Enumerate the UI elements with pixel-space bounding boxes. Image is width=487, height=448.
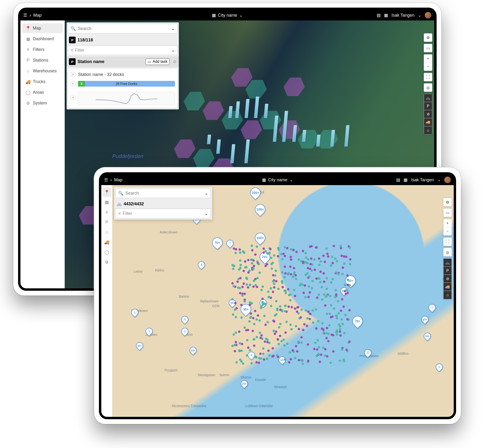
vehicle-dot[interactable] — [262, 347, 264, 350]
qr-icon[interactable]: ▤ — [396, 177, 400, 183]
vehicle-dot[interactable] — [346, 318, 349, 320]
vehicle-dot[interactable] — [321, 286, 323, 288]
vehicle-dot[interactable] — [251, 330, 254, 332]
vehicle-dot[interactable] — [298, 258, 300, 261]
cluster-pin[interactable]: 70+ — [350, 314, 365, 328]
vehicle-dot[interactable] — [254, 253, 257, 256]
vehicle-dot[interactable] — [294, 307, 296, 310]
vehicle-dot[interactable] — [291, 306, 293, 308]
vehicle-dot[interactable] — [288, 361, 290, 364]
cluster-pin[interactable]: 10+ — [134, 341, 145, 351]
breadcrumb[interactable]: Map — [33, 13, 42, 18]
vehicle-dot[interactable] — [233, 333, 235, 336]
vehicle-dot[interactable] — [253, 323, 255, 325]
vehicle-dot[interactable] — [266, 252, 268, 255]
vehicle-dot[interactable] — [293, 289, 295, 291]
vehicle-dot[interactable] — [340, 318, 343, 321]
vehicle-dot[interactable] — [310, 257, 313, 260]
vehicle-dot[interactable] — [307, 267, 309, 269]
vehicle-dot[interactable] — [255, 318, 258, 321]
vehicle-dot[interactable] — [248, 320, 251, 323]
vehicle-dot[interactable] — [286, 343, 288, 345]
vehicle-dot[interactable] — [252, 267, 255, 270]
vehicle-dot[interactable] — [274, 274, 276, 277]
vehicle-dot[interactable] — [270, 257, 273, 259]
vehicle-dot[interactable] — [294, 295, 296, 297]
vehicle-dot[interactable] — [340, 247, 342, 249]
vehicle-dot[interactable] — [279, 309, 282, 311]
vehicle-dot[interactable] — [326, 288, 328, 290]
vehicle-dot[interactable] — [342, 266, 344, 269]
vehicle-dot[interactable] — [272, 291, 274, 293]
vehicle-dot[interactable] — [294, 357, 296, 359]
vehicle-dot[interactable] — [349, 258, 352, 261]
vehicle-dot[interactable] — [239, 342, 241, 344]
vehicle-dot[interactable] — [239, 259, 241, 262]
vehicle-dot[interactable] — [287, 288, 289, 290]
vehicle-dot[interactable] — [253, 356, 256, 358]
vehicle-dot[interactable] — [339, 360, 341, 362]
vehicle-dot[interactable] — [326, 313, 328, 315]
vehicle-dot[interactable] — [270, 305, 272, 307]
vehicle-dot[interactable] — [285, 321, 288, 323]
vehicle-dot[interactable] — [289, 351, 291, 353]
vehicle-dot[interactable] — [329, 313, 331, 315]
vehicle-dot[interactable] — [294, 274, 297, 276]
cluster-pin[interactable]: 100+ — [253, 231, 267, 245]
vehicle-dot[interactable] — [243, 282, 245, 285]
vehicle-dot[interactable] — [288, 305, 290, 308]
layer-truck-button[interactable]: 🚚 — [424, 118, 432, 126]
vehicle-dot[interactable] — [311, 280, 314, 282]
vehicle-dot[interactable] — [326, 295, 328, 297]
cluster-pin[interactable]: 1 — [434, 362, 444, 372]
vehicle-dot[interactable] — [309, 318, 311, 320]
sidebar-item-trucks[interactable]: 🚚 — [102, 237, 111, 247]
vehicle-dot[interactable] — [335, 271, 338, 274]
search-input[interactable] — [125, 191, 203, 196]
vehicle-dot[interactable] — [327, 255, 329, 258]
vehicle-dot[interactable] — [255, 361, 258, 364]
vehicle-dot[interactable] — [307, 343, 309, 346]
vehicle-dot[interactable] — [303, 323, 306, 326]
vehicle-dot[interactable] — [242, 362, 244, 365]
vehicle-dot[interactable] — [331, 278, 334, 280]
vehicle-dot[interactable] — [257, 314, 259, 317]
vehicle-dot[interactable] — [289, 299, 291, 301]
vehicle-dot[interactable] — [290, 328, 293, 330]
vehicle-dot[interactable] — [243, 251, 245, 254]
city-selector[interactable]: ▦ City name ⌄ — [262, 177, 293, 183]
vehicle-dot[interactable] — [249, 304, 251, 306]
vehicle-dot[interactable] — [309, 291, 311, 294]
vehicle-dot[interactable] — [279, 323, 282, 325]
vehicle-dot[interactable] — [323, 331, 325, 334]
vehicle-dot[interactable] — [315, 308, 317, 311]
vehicle-dot[interactable] — [304, 252, 307, 254]
vehicle-dot[interactable] — [239, 264, 242, 266]
vehicle-dot[interactable] — [236, 307, 238, 310]
vehicle-dot[interactable] — [339, 328, 341, 330]
vehicle-dot[interactable] — [341, 348, 343, 351]
vehicle-dot[interactable] — [281, 282, 283, 284]
sidebar-item-areas[interactable]: ◯ — [102, 248, 111, 257]
user-name[interactable]: Isak Tangen — [411, 177, 434, 183]
vehicle-dot[interactable] — [320, 353, 322, 356]
vehicle-dot[interactable] — [290, 248, 292, 250]
vehicle-dot[interactable] — [322, 255, 325, 257]
vehicle-dot[interactable] — [307, 258, 309, 261]
vehicle-dot[interactable] — [296, 350, 298, 352]
vehicle-dot[interactable] — [272, 355, 275, 357]
vehicle-dot[interactable] — [234, 302, 237, 304]
vehicle-dot[interactable] — [283, 339, 285, 341]
vehicle-dot[interactable] — [269, 248, 272, 250]
vehicle-dot[interactable] — [238, 330, 240, 333]
vehicle-dot[interactable] — [300, 336, 303, 339]
sidebar-item-dashboard[interactable]: ▦ — [102, 198, 111, 207]
vehicle-dot[interactable] — [244, 293, 246, 295]
vehicle-dot[interactable] — [328, 324, 330, 327]
layer-house-button[interactable]: ⌂ — [443, 291, 452, 299]
vehicle-dot[interactable] — [311, 287, 313, 289]
cluster-pin[interactable]: 70+ — [210, 235, 225, 250]
vehicle-dot[interactable] — [319, 361, 321, 363]
vehicle-dot[interactable] — [320, 260, 322, 263]
vehicle-dot[interactable] — [281, 271, 283, 274]
